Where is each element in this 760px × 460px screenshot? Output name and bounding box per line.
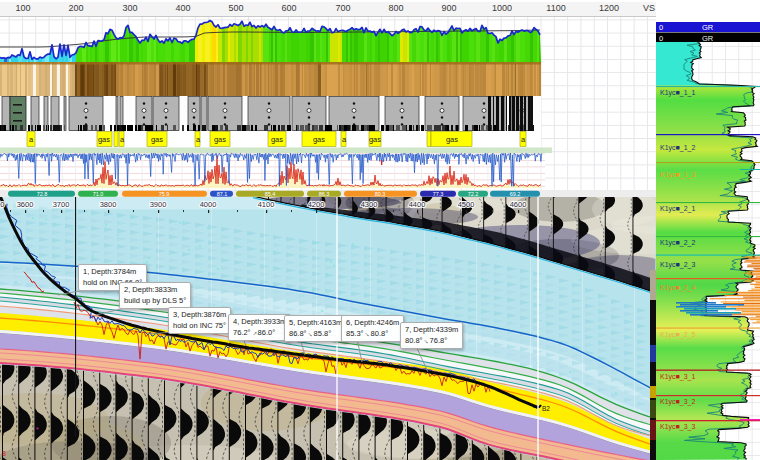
- svg-text:gas: gas: [98, 135, 110, 144]
- svg-text:GR: GR: [702, 23, 714, 32]
- svg-text:*: *: [36, 426, 39, 433]
- svg-text:80.3: 80.3: [375, 191, 386, 197]
- svg-text:K1yc■_1_2: K1yc■_1_2: [660, 144, 695, 152]
- svg-text:gas: gas: [446, 135, 458, 144]
- svg-text:K1yc■_3_3: K1yc■_3_3: [660, 423, 695, 431]
- svg-text:69.2: 69.2: [510, 191, 521, 197]
- svg-text:K1yc■_2_5: K1yc■_2_5: [660, 331, 695, 339]
- svg-text:4100: 4100: [258, 200, 275, 209]
- svg-text:4000: 4000: [200, 200, 217, 209]
- svg-text:71.0: 71.0: [93, 191, 104, 197]
- svg-text:4200: 4200: [308, 200, 325, 209]
- svg-text:3900: 3900: [150, 200, 167, 209]
- svg-text:gas: gas: [369, 135, 381, 144]
- svg-text:GR: GR: [702, 34, 714, 43]
- svg-text:72.8: 72.8: [37, 191, 48, 197]
- svg-text:B2: B2: [542, 405, 550, 412]
- svg-text:3700: 3700: [53, 200, 70, 209]
- svg-text:K1yc■_1_3: K1yc■_1_3: [660, 171, 695, 179]
- svg-text:4400: 4400: [409, 200, 426, 209]
- svg-text:gas: gas: [214, 135, 226, 144]
- svg-text:gas: gas: [151, 135, 163, 144]
- svg-text:75.9: 75.9: [159, 191, 170, 197]
- svg-text:0: 0: [659, 34, 663, 43]
- svg-text:77.3: 77.3: [433, 191, 444, 197]
- svg-text:K1yc■_2_3: K1yc■_2_3: [660, 261, 695, 269]
- svg-text:72.2: 72.2: [468, 191, 479, 197]
- svg-text:K1yc■_1_1: K1yc■_1_1: [660, 89, 695, 97]
- svg-text:K1yc■_2_1: K1yc■_2_1: [660, 205, 695, 213]
- svg-text:4600: 4600: [510, 200, 527, 209]
- svg-text:85.4: 85.4: [265, 191, 276, 197]
- svg-text:gas: gas: [313, 135, 325, 144]
- svg-text:gas: gas: [271, 135, 283, 144]
- svg-text:87.1: 87.1: [217, 191, 228, 197]
- svg-text:3800: 3800: [100, 200, 117, 209]
- svg-text:3500: 3500: [0, 200, 4, 209]
- svg-text:86.3: 86.3: [319, 191, 330, 197]
- svg-text:4500: 4500: [458, 200, 475, 209]
- svg-text:8: 8: [2, 450, 6, 457]
- svg-text:K1yc■_3_2: K1yc■_3_2: [660, 398, 695, 406]
- svg-text:K1yc■_3_1: K1yc■_3_1: [660, 373, 695, 381]
- svg-text:3600: 3600: [17, 200, 34, 209]
- svg-text:0: 0: [659, 23, 663, 32]
- svg-text:K1yc■_2_2: K1yc■_2_2: [660, 239, 695, 247]
- svg-text:4300: 4300: [361, 200, 378, 209]
- svg-text:K1yc■_2_4: K1yc■_2_4: [660, 284, 695, 292]
